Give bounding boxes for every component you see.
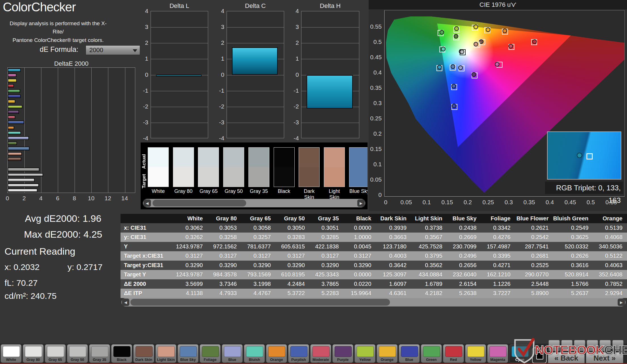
table-cell: 0.2681 <box>515 251 553 261</box>
patch-button-orange-yellow[interactable]: Orange Yellow <box>377 344 398 363</box>
row-label: Target x:CIE31 <box>121 251 172 261</box>
table-cell: 0.4271 <box>481 261 515 270</box>
cie-diagram <box>384 10 625 197</box>
table-scroll-left-icon[interactable]: ◀ <box>122 299 129 306</box>
patch-button-blue[interactable]: Blue <box>399 344 420 363</box>
table-cell: 0.4068 <box>593 233 627 242</box>
patch-button-white[interactable]: White <box>1 344 22 363</box>
table-cell: 4.1138 <box>172 289 207 298</box>
toolbar-button[interactable] <box>548 340 560 351</box>
swatch-label: Gray 35 <box>248 188 269 194</box>
patch-button-magenta[interactable]: Magenta <box>487 344 508 363</box>
scroll-right-icon[interactable]: ▶ <box>357 199 365 207</box>
table-cell: 4.7933 <box>207 289 241 298</box>
cie-x-tick: 0.45 <box>564 199 576 206</box>
patch-button-gray-65[interactable]: Gray 65 <box>45 344 66 363</box>
patch-button-bluish-green[interactable]: Bluish Green <box>244 344 265 363</box>
patch-label: Magenta <box>487 357 508 362</box>
delta-c-title: Delta C <box>227 2 284 10</box>
cie-x-tick: 0.3 <box>504 199 513 206</box>
swatch-gray-65 <box>198 147 219 187</box>
patch-label: Red <box>443 357 464 362</box>
de-formula-dropdown[interactable]: 2000 <box>86 45 140 55</box>
table-cell: 0.5122 <box>593 251 627 261</box>
patch-button-gray-80[interactable]: Gray 80 <box>23 344 44 363</box>
patch-color-chip <box>357 346 374 357</box>
y-tick-label: 2 <box>216 39 224 46</box>
patch-button-green[interactable]: Green <box>421 344 442 363</box>
patch-window-button[interactable] <box>532 348 547 363</box>
toolbar-button[interactable] <box>612 340 624 351</box>
patch-button-orange[interactable]: Orange <box>266 344 287 363</box>
patch-button-gray-50[interactable]: Gray 50 <box>67 344 88 363</box>
toolbar-button[interactable] <box>574 340 585 351</box>
patch-label: Purple <box>333 357 353 362</box>
table-cell: 0.3795 <box>411 251 447 261</box>
toolbar-button[interactable] <box>561 340 573 351</box>
table-cell: 4.4767 <box>241 289 275 298</box>
swatch-blue-sky <box>349 147 368 187</box>
patch-button-gray-35[interactable]: Gray 35 <box>89 344 110 363</box>
swatch-scrollbar[interactable]: ◀ ▶ <box>143 199 365 207</box>
reading-x: x: 0.2032 <box>5 262 39 272</box>
x-tick-label: 10 <box>88 195 94 202</box>
patch-button-cyan[interactable]: Cyan <box>509 344 530 363</box>
patch-button-blue-sky[interactable]: Blue Sky <box>178 344 199 363</box>
cie-x-tick: 0.25 <box>482 199 494 206</box>
back-button[interactable]: « Back <box>548 352 585 364</box>
patch-button-foliage[interactable]: Foliage <box>200 344 221 363</box>
table-cell: 4.2484 <box>275 279 309 289</box>
colorchecker-app: ColorChecker Display analysis is perform… <box>0 0 627 364</box>
column-header-white: White <box>172 214 207 223</box>
patch-button-moderate-red[interactable]: Moderate Red <box>310 344 331 363</box>
table-cell: 520.8914 <box>553 270 593 279</box>
table-cell: 520.0332 <box>553 242 593 251</box>
row-label: Target Y <box>121 270 172 279</box>
patch-color-chip <box>379 346 396 357</box>
toolbar-button[interactable] <box>599 340 611 351</box>
table-cell: 0.3395 <box>481 251 515 261</box>
table-cell: 422.1838 <box>309 242 343 251</box>
table-cell: 0.3290 <box>241 261 275 270</box>
patch-button-yellow[interactable]: Yellow <box>465 344 486 363</box>
deltae-bar-bluish-green <box>8 131 21 135</box>
table-scroll-right-icon[interactable]: ▶ <box>618 299 625 306</box>
swatch-scroll-thumb[interactable] <box>153 200 246 207</box>
table-cell: 0.3058 <box>241 223 275 233</box>
table-cell: 4.2182 <box>411 289 447 298</box>
patch-button-dark-skin[interactable]: Dark Skin <box>133 344 154 363</box>
patch-color-chip <box>47 346 64 357</box>
measured-point-green <box>440 30 444 35</box>
app-description-line2: Pantone ColorChecker® target colors. <box>12 37 104 43</box>
patch-button-purple[interactable]: Purple <box>332 344 353 363</box>
table-row: Target x:CIE310.31270.31270.31270.31270.… <box>121 251 627 261</box>
patch-button-light-skin[interactable]: Light Skin <box>155 344 176 363</box>
patch-button-red[interactable]: Red <box>443 344 464 363</box>
patch-button-yellow-green[interactable]: Yellow Green <box>354 344 375 363</box>
next-button[interactable]: Next » <box>586 352 623 364</box>
patch-button-blue-flower[interactable]: Blue Flower <box>222 344 243 363</box>
swatch-actual <box>349 148 368 167</box>
y-tick-label: -1 <box>140 87 148 94</box>
scroll-left-icon[interactable]: ◀ <box>143 199 151 207</box>
y-tick-label: -3 <box>290 119 299 126</box>
patch-button-black[interactable]: Black <box>111 344 132 363</box>
cie-x-tick: 0.35 <box>523 199 535 206</box>
patch-button-purplish-blue[interactable]: Purplish Blue <box>288 344 309 363</box>
table-cell: 290.0770 <box>515 270 553 279</box>
table-cell: 5.2638 <box>447 289 481 298</box>
table-cell: 610.8195 <box>275 270 309 279</box>
cie-y-tick: 0.55 <box>369 23 382 30</box>
patch-label: Green <box>421 357 442 362</box>
deltae-bar-yellow-green <box>8 105 22 108</box>
toolbar-button[interactable] <box>587 340 598 351</box>
deltae-bar-red <box>8 84 14 88</box>
app-description-line1: Display analysis is performed with the X… <box>10 20 107 35</box>
gridline <box>75 68 75 193</box>
swatch-actual <box>274 148 294 167</box>
table-scrollbar[interactable]: ◀ ▶ <box>121 298 626 306</box>
swatch-label: Gray 65 <box>198 188 219 194</box>
column-header-gray-80: Gray 80 <box>207 214 241 223</box>
table-scroll-thumb[interactable] <box>130 299 390 306</box>
table-cell: 0.2656 <box>447 261 481 270</box>
